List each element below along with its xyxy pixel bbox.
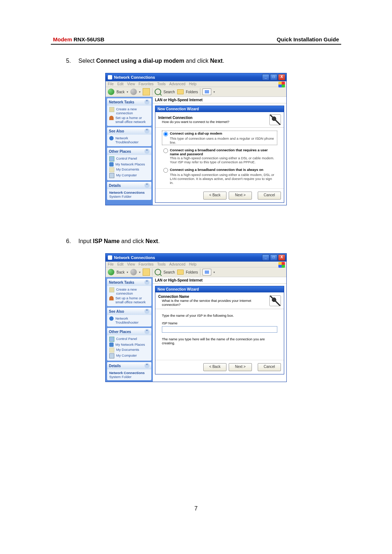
- menu-tools[interactable]: Tools: [157, 262, 166, 266]
- menu-favorites[interactable]: Favorites: [139, 262, 154, 266]
- maximize-button[interactable]: □: [270, 254, 277, 261]
- side-network-tasks: Network Tasks⌃ Create a new connection S…: [107, 279, 151, 306]
- wizard-heading: Connection Name: [158, 295, 189, 299]
- toolbar: Back ▾ ▾ Search Folders ▾: [106, 267, 286, 277]
- menubar: File Edit View Favorites Tools Advanced …: [106, 81, 286, 87]
- side-see-also: See Also⌃ Network Troubleshooter: [107, 308, 151, 327]
- link-setup-home-network[interactable]: Set up a home or small office network: [109, 296, 149, 304]
- collapse-icon[interactable]: ⌃: [144, 128, 150, 134]
- folders-button[interactable]: Folders: [186, 90, 198, 94]
- wizard-instruction: Type the name of your ISP in the followi…: [162, 312, 277, 321]
- close-button[interactable]: X: [278, 254, 285, 261]
- link-my-network-places[interactable]: My Network Places: [109, 162, 149, 167]
- collapse-icon[interactable]: ⌃: [144, 309, 150, 314]
- window-title: Network Connections: [114, 75, 155, 79]
- wizard-titlebar[interactable]: New Connection Wizard: [155, 286, 284, 292]
- xp-window-2: Network Connections _ □ X File Edit View…: [105, 253, 287, 382]
- link-setup-home-network[interactable]: Set up a home or small office network: [109, 115, 149, 124]
- radio-dialup[interactable]: Connect using a dial-up modem This type …: [162, 131, 277, 145]
- windows-flag-icon: [278, 82, 285, 87]
- link-my-computer[interactable]: My Computer: [109, 353, 149, 359]
- menu-edit[interactable]: Edit: [117, 82, 123, 86]
- back-button[interactable]: < Back: [203, 363, 226, 371]
- xp-window-1: Network Connections _ □ X File Edit View…: [105, 73, 287, 205]
- cancel-button[interactable]: Cancel: [258, 192, 281, 200]
- titlebar[interactable]: Network Connections _ □ X: [106, 254, 286, 262]
- up-icon[interactable]: [143, 268, 150, 276]
- back-button[interactable]: < Back: [203, 192, 226, 200]
- forward-icon[interactable]: [130, 89, 137, 95]
- link-control-panel[interactable]: Control Panel: [109, 336, 149, 342]
- menu-file[interactable]: File: [108, 82, 114, 86]
- radio-broadband-always[interactable]: Connect using a broadband connection tha…: [162, 167, 277, 185]
- search-button[interactable]: Search: [163, 270, 175, 274]
- menu-tools[interactable]: Tools: [157, 82, 166, 86]
- link-create-connection[interactable]: Create a new connection: [109, 107, 149, 115]
- up-icon[interactable]: [143, 88, 150, 95]
- control-panel-icon: [109, 156, 114, 161]
- next-button[interactable]: Next >: [229, 363, 252, 371]
- step-6: 6. Input ISP Name and click Next.: [66, 238, 341, 245]
- link-my-documents[interactable]: My Documents: [109, 347, 149, 353]
- side-details: Details⌃ Network Connections System Fold…: [107, 182, 151, 200]
- search-button[interactable]: Search: [163, 90, 175, 94]
- menu-help[interactable]: Help: [189, 262, 197, 266]
- forward-icon[interactable]: [130, 269, 137, 275]
- wizard-subhead: How do you want to connect to the Intern…: [158, 120, 229, 124]
- link-network-troubleshooter[interactable]: Network Troubleshooter: [109, 316, 149, 325]
- home-network-icon: [109, 116, 114, 120]
- radio-broadband-auth-input[interactable]: [163, 148, 168, 153]
- maximize-button[interactable]: □: [270, 74, 277, 81]
- menu-advanced[interactable]: Advanced: [169, 82, 185, 86]
- views-button[interactable]: [203, 269, 211, 275]
- link-my-computer[interactable]: My Computer: [109, 173, 149, 178]
- menu-edit[interactable]: Edit: [117, 262, 123, 266]
- cancel-button[interactable]: Cancel: [258, 363, 281, 371]
- folders-icon[interactable]: [177, 270, 184, 275]
- radio-broadband-auth[interactable]: Connect using a broadband connection tha…: [162, 147, 277, 165]
- link-my-network-places[interactable]: My Network Places: [109, 342, 149, 347]
- link-control-panel[interactable]: Control Panel: [109, 156, 149, 162]
- radio-dialup-input[interactable]: [163, 132, 168, 136]
- close-button[interactable]: X: [278, 74, 285, 81]
- back-icon[interactable]: [108, 89, 114, 95]
- collapse-icon[interactable]: ⌃: [144, 99, 150, 104]
- folders-button[interactable]: Folders: [186, 270, 198, 274]
- back-button[interactable]: Back: [117, 270, 124, 274]
- collapse-icon[interactable]: ⌃: [144, 149, 150, 154]
- collapse-icon[interactable]: ⌃: [144, 280, 150, 285]
- doc-header-rule: [51, 44, 341, 45]
- back-icon[interactable]: [108, 269, 114, 275]
- info-icon: [109, 136, 114, 140]
- menu-view[interactable]: View: [127, 262, 135, 266]
- menu-file[interactable]: File: [108, 262, 114, 266]
- menu-help[interactable]: Help: [189, 82, 197, 86]
- back-button[interactable]: Back: [117, 90, 124, 94]
- search-icon[interactable]: [155, 89, 161, 95]
- menu-favorites[interactable]: Favorites: [139, 82, 154, 86]
- link-create-connection[interactable]: Create a new connection: [109, 287, 149, 296]
- search-icon[interactable]: [155, 269, 161, 275]
- collapse-icon[interactable]: ⌃: [144, 329, 150, 334]
- new-connection-icon: [109, 107, 114, 112]
- titlebar[interactable]: Network Connections _ □ X: [106, 73, 286, 81]
- collapse-icon[interactable]: ⌃: [144, 363, 150, 368]
- link-network-troubleshooter[interactable]: Network Troubleshooter: [109, 136, 149, 144]
- views-button[interactable]: [203, 89, 211, 95]
- next-button[interactable]: Next >: [229, 192, 252, 200]
- link-my-documents[interactable]: My Documents: [109, 167, 149, 173]
- back-dropdown[interactable]: ▾: [127, 90, 128, 94]
- minimize-button[interactable]: _: [262, 254, 269, 261]
- menu-advanced[interactable]: Advanced: [169, 262, 185, 266]
- collapse-icon[interactable]: ⌃: [144, 183, 150, 188]
- wizard-titlebar[interactable]: New Connection Wizard: [155, 106, 284, 112]
- minimize-button[interactable]: _: [262, 74, 269, 81]
- menu-view[interactable]: View: [127, 82, 135, 86]
- doc-header-right: Quick Installation Guide: [277, 36, 339, 42]
- radio-broadband-always-input[interactable]: [163, 168, 168, 173]
- side-see-also: See Also⌃ Network Troubleshooter: [107, 127, 151, 146]
- isp-name-input[interactable]: [162, 326, 277, 333]
- network-places-icon: [109, 342, 114, 347]
- wizard-icon: [269, 295, 281, 306]
- folders-icon[interactable]: [177, 89, 184, 94]
